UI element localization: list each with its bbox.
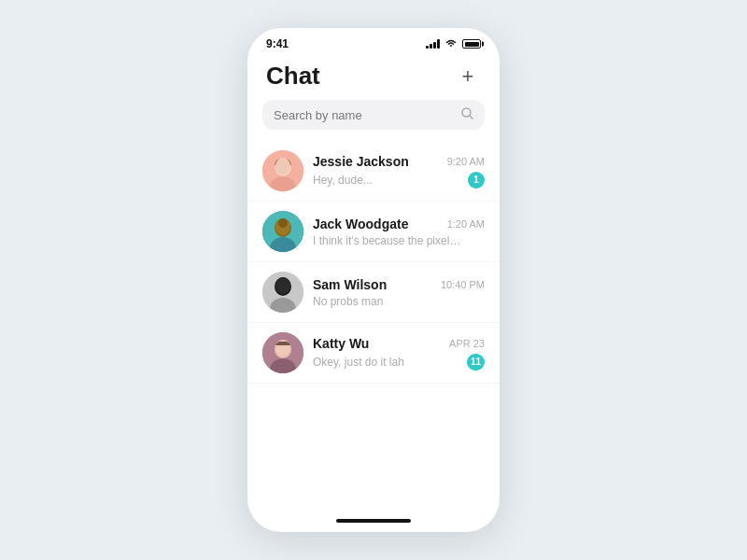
- svg-point-5: [275, 158, 290, 175]
- search-box: [262, 100, 485, 130]
- status-icons: [426, 38, 481, 49]
- chat-preview-katty: Okey, just do it lah: [313, 356, 404, 369]
- chat-content-sam: Sam Wilson 10:40 PM No probs man: [313, 277, 485, 308]
- svg-point-10: [278, 218, 288, 228]
- chat-list: Jessie Jackson 9:20 AM Hey, dude... 1: [247, 141, 500, 513]
- chat-name-sam: Sam Wilson: [313, 277, 387, 292]
- battery-icon: [462, 39, 481, 49]
- avatar-jack: [262, 211, 303, 252]
- add-chat-button[interactable]: +: [455, 63, 481, 90]
- phone-frame: 9:41 Chat +: [247, 28, 500, 532]
- chat-content-katty: Katty Wu APR 23 Okey, just do it lah 11: [313, 336, 485, 371]
- chat-top-jack: Jack Woodgate 1:20 AM: [313, 217, 485, 231]
- chat-top-katty: Katty Wu APR 23: [313, 336, 485, 351]
- search-input[interactable]: [274, 108, 456, 122]
- search-icon[interactable]: [461, 107, 473, 122]
- chat-preview-sam: No probs man: [313, 295, 383, 308]
- chat-bottom-jessie: Hey, dude... 1: [313, 172, 485, 189]
- chat-item-katty[interactable]: Katty Wu APR 23 Okey, just do it lah 11: [247, 323, 500, 384]
- status-time: 9:41: [266, 37, 289, 50]
- chat-time-katty: APR 23: [449, 338, 485, 349]
- home-indicator: [247, 513, 500, 532]
- chat-header: Chat +: [247, 54, 500, 100]
- chat-content-jack: Jack Woodgate 1:20 AM I think it's becau…: [313, 217, 485, 247]
- wifi-icon: [445, 38, 457, 49]
- chat-name-jessie: Jessie Jackson: [313, 154, 409, 169]
- chat-time-jessie: 9:20 AM: [447, 156, 485, 167]
- chat-item-sam[interactable]: Sam Wilson 10:40 PM No probs man: [247, 262, 500, 323]
- chat-bottom-katty: Okey, just do it lah 11: [313, 354, 485, 371]
- chat-time-sam: 10:40 PM: [441, 279, 485, 290]
- chat-bottom-sam: No probs man: [313, 295, 485, 308]
- avatar-katty: [262, 332, 303, 373]
- signal-icon: [426, 39, 440, 49]
- unread-badge: 11: [467, 354, 485, 371]
- avatar-sam: [262, 272, 303, 313]
- avatar-jessie: [262, 150, 303, 191]
- chat-bottom-jack: I think it's because the pixels...: [313, 234, 485, 247]
- home-bar: [336, 519, 411, 523]
- chat-top-jessie: Jessie Jackson 9:20 AM: [313, 154, 485, 169]
- search-container: [247, 100, 500, 141]
- chat-content-jessie: Jessie Jackson 9:20 AM Hey, dude... 1: [313, 154, 485, 189]
- chat-top-sam: Sam Wilson 10:40 PM: [313, 277, 485, 292]
- chat-time-jack: 1:20 AM: [447, 218, 485, 230]
- chat-preview-jack: I think it's because the pixels...: [313, 234, 462, 247]
- chat-preview-jessie: Hey, dude...: [313, 174, 373, 187]
- chat-name-jack: Jack Woodgate: [313, 217, 408, 231]
- chat-name-katty: Katty Wu: [313, 336, 369, 351]
- page-title: Chat: [266, 62, 320, 91]
- svg-line-1: [470, 116, 472, 119]
- unread-badge: 1: [468, 172, 485, 189]
- svg-point-14: [275, 277, 290, 294]
- status-bar: 9:41: [247, 28, 500, 54]
- chat-item-jack[interactable]: Jack Woodgate 1:20 AM I think it's becau…: [247, 202, 500, 262]
- chat-item-jessie[interactable]: Jessie Jackson 9:20 AM Hey, dude... 1: [247, 141, 500, 202]
